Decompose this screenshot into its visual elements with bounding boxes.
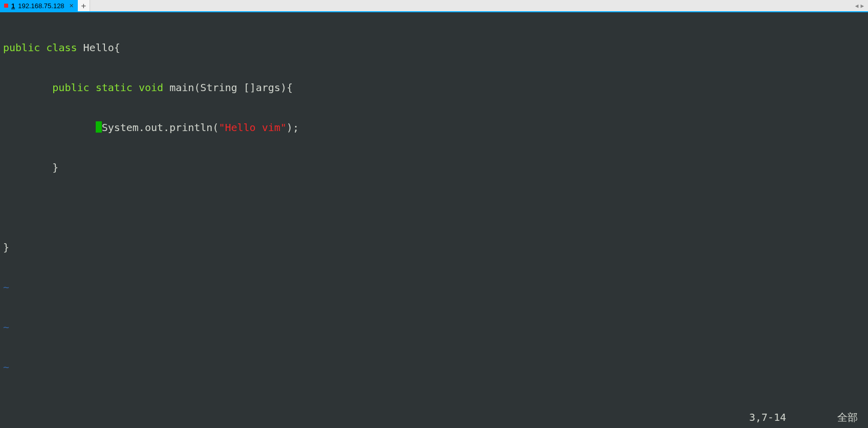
new-tab-button[interactable]: +	[78, 0, 90, 11]
code-line: }	[3, 241, 865, 254]
vim-empty-line: ~	[3, 400, 865, 406]
status-cursor-position: 3,7-14	[749, 411, 786, 423]
vim-status-bar: 3,7-14 全部	[0, 406, 868, 428]
vim-empty-line: ~	[3, 281, 865, 294]
terminal-tab-active[interactable]: 1 192.168.75.128 ×	[0, 0, 78, 11]
tab-nav-right-icon[interactable]: ▶	[860, 3, 864, 9]
tab-nav: ◀ ▶	[851, 3, 868, 9]
tab-title: 192.168.75.128	[18, 2, 64, 10]
status-file-percent: 全部	[837, 411, 858, 424]
vim-empty-line: ~	[3, 320, 865, 334]
vim-empty-line: ~	[3, 360, 865, 374]
plus-icon: +	[81, 1, 86, 11]
tab-modified-indicator-icon	[4, 4, 8, 8]
tab-index: 1	[11, 2, 15, 10]
vim-editor[interactable]: public class Hello{ public static void m…	[0, 12, 868, 406]
code-line	[3, 201, 865, 214]
code-line: public static void main(String []args){	[3, 81, 865, 94]
code-line: public class Hello{	[3, 41, 865, 54]
vim-cursor	[96, 121, 102, 133]
tab-nav-left-icon[interactable]: ◀	[855, 3, 859, 9]
close-icon[interactable]: ×	[70, 2, 74, 9]
code-line: System.out.println("Hello vim");	[3, 121, 865, 134]
code-line: }	[3, 161, 865, 174]
tab-bar: 1 192.168.75.128 × + ◀ ▶	[0, 0, 868, 12]
